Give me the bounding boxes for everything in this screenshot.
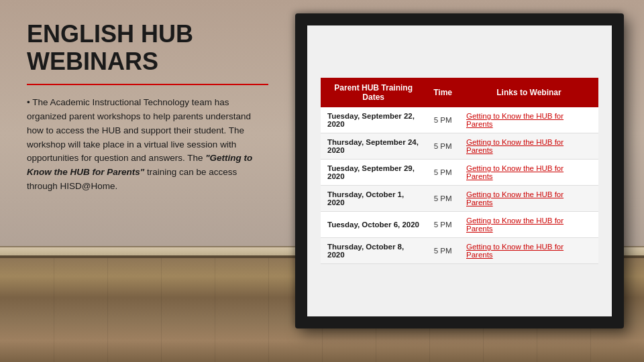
table-row: Thursday, October 8, 20205 PMGetting to … bbox=[321, 238, 598, 264]
frame-outer: Parent HUB Training Dates Time Links to … bbox=[295, 13, 624, 328]
date-cell: Thursday, October 1, 2020 bbox=[321, 186, 426, 212]
table-row: Tuesday, September 29, 20205 PMGetting t… bbox=[321, 160, 598, 186]
time-cell: 5 PM bbox=[426, 107, 460, 133]
date-cell: Tuesday, September 22, 2020 bbox=[321, 107, 426, 133]
time-column-header: Time bbox=[426, 78, 460, 107]
description-text: • The Academic Instructional Technology … bbox=[27, 96, 268, 194]
webinar-table: Parent HUB Training Dates Time Links to … bbox=[321, 78, 598, 264]
date-column-header: Parent HUB Training Dates bbox=[321, 78, 426, 107]
grain-line bbox=[54, 255, 54, 362]
date-cell: Tuesday, September 29, 2020 bbox=[321, 160, 426, 186]
link-column-header: Links to Webinar bbox=[460, 78, 598, 107]
grain-line bbox=[268, 255, 269, 362]
table-row: Thursday, October 1, 20205 PMGetting to … bbox=[321, 186, 598, 212]
time-cell: 5 PM bbox=[426, 186, 460, 212]
link-cell[interactable]: Getting to Know the HUB for Parents bbox=[460, 186, 598, 212]
table-row: Thursday, September 24, 20205 PMGetting … bbox=[321, 133, 598, 160]
time-cell: 5 PM bbox=[426, 212, 460, 238]
time-cell: 5 PM bbox=[426, 160, 460, 186]
time-cell: 5 PM bbox=[426, 238, 460, 264]
link-cell[interactable]: Getting to Know the HUB for Parents bbox=[460, 238, 598, 264]
frame-inner: Parent HUB Training Dates Time Links to … bbox=[307, 25, 612, 316]
grain-line bbox=[161, 255, 162, 362]
left-panel: ENGLISH HUB WEBINARS • The Academic Inst… bbox=[27, 20, 268, 194]
bullet-point: • bbox=[27, 97, 32, 107]
link-cell[interactable]: Getting to Know the HUB for Parents bbox=[460, 133, 598, 160]
title-divider bbox=[27, 84, 268, 85]
page-title: ENGLISH HUB WEBINARS bbox=[27, 20, 268, 76]
date-cell: Thursday, September 24, 2020 bbox=[321, 133, 426, 160]
link-cell[interactable]: Getting to Know the HUB for Parents bbox=[460, 107, 598, 133]
time-cell: 5 PM bbox=[426, 133, 460, 160]
date-cell: Thursday, October 8, 2020 bbox=[321, 238, 426, 264]
table-row: Tuesday, October 6, 20205 PMGetting to K… bbox=[321, 212, 598, 238]
link-cell[interactable]: Getting to Know the HUB for Parents bbox=[460, 212, 598, 238]
grain-line bbox=[215, 255, 215, 362]
date-cell: Tuesday, October 6, 2020 bbox=[321, 212, 426, 238]
link-cell[interactable]: Getting to Know the HUB for Parents bbox=[460, 160, 598, 186]
table-row: Tuesday, September 22, 20205 PMGetting t… bbox=[321, 107, 598, 133]
grain-line bbox=[107, 255, 108, 362]
